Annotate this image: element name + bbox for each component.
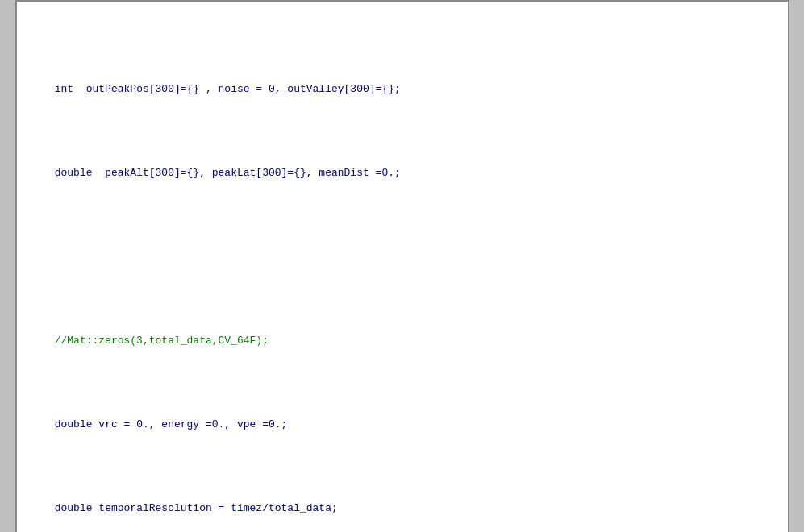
code-line: int outPeakPos[300]={} , noise = 0, outV… — [30, 81, 775, 98]
code-window: int outPeakPos[300]={} , noise = 0, outV… — [15, 0, 789, 532]
code-line: double vrc = 0., energy =0., vpe =0.; — [30, 417, 775, 434]
code-line: double peakAlt[300]={}, peakLat[300]={},… — [30, 165, 775, 182]
code-container: int outPeakPos[300]={} , noise = 0, outV… — [17, 11, 788, 532]
code-line — [30, 249, 775, 266]
code-line: //Mat::zeros(3,total_data,CV_64F); — [30, 333, 775, 350]
code-line: double temporalResolution = timez/total_… — [30, 501, 775, 517]
